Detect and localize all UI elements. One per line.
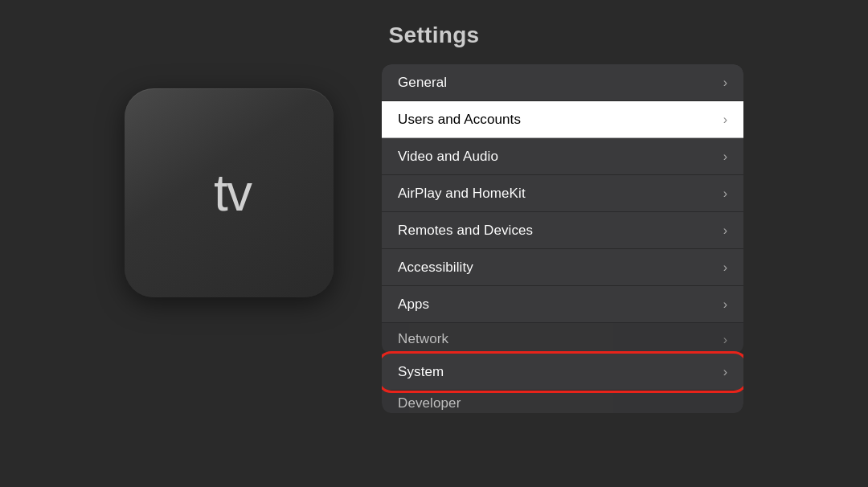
menu-label-apps: Apps	[398, 297, 429, 313]
chevron-icon-general: ›	[723, 76, 727, 90]
menu-label-network: Network	[398, 331, 448, 347]
chevron-icon-accessibility: ›	[723, 260, 727, 275]
chevron-icon-apps: ›	[723, 297, 727, 312]
menu-item-accessibility[interactable]: Accessibility ›	[382, 249, 743, 286]
page-title: Settings	[389, 23, 480, 48]
chevron-icon-airplay-homekit: ›	[723, 186, 727, 201]
menu-label-general: General	[398, 75, 447, 91]
menu-label-users-accounts: Users and Accounts	[398, 112, 521, 128]
tv-text: tv	[214, 163, 251, 223]
menu-item-apps[interactable]: Apps ›	[382, 286, 743, 323]
menu-label-remotes-devices: Remotes and Devices	[398, 223, 533, 239]
chevron-icon-remotes-devices: ›	[723, 223, 727, 238]
menu-item-video-audio[interactable]: Video and Audio ›	[382, 138, 743, 175]
menu-item-general[interactable]: General ›	[382, 64, 743, 101]
chevron-icon-system: ›	[723, 365, 727, 379]
chevron-icon-network: ›	[723, 333, 727, 347]
device-visual: tv	[125, 88, 334, 297]
menu-item-users-accounts[interactable]: Users and Accounts ›	[382, 101, 743, 138]
menu-label-airplay-homekit: AirPlay and HomeKit	[398, 186, 526, 202]
menu-item-airplay-homekit[interactable]: AirPlay and HomeKit ›	[382, 175, 743, 212]
main-content: tv General › Users and Accounts › Video …	[0, 64, 868, 413]
menu-item-remotes-devices[interactable]: Remotes and Devices ›	[382, 212, 743, 249]
chevron-icon-users-accounts: ›	[723, 113, 727, 127]
settings-menu: General › Users and Accounts › Video and…	[382, 64, 743, 413]
menu-label-developer: Developer	[398, 395, 461, 411]
apple-tv-label: tv	[207, 163, 251, 223]
system-row-wrapper: System ›	[382, 354, 743, 391]
apple-tv-box: tv	[125, 88, 334, 297]
menu-label-system: System	[398, 364, 444, 380]
chevron-icon-video-audio: ›	[723, 149, 727, 164]
menu-item-developer-partial[interactable]: Developer	[382, 391, 743, 413]
menu-item-network-partial[interactable]: Network ›	[382, 323, 743, 354]
menu-list: General › Users and Accounts › Video and…	[382, 64, 743, 354]
menu-item-system[interactable]: System ›	[382, 354, 743, 391]
menu-label-accessibility: Accessibility	[398, 260, 473, 276]
menu-label-video-audio: Video and Audio	[398, 149, 498, 165]
